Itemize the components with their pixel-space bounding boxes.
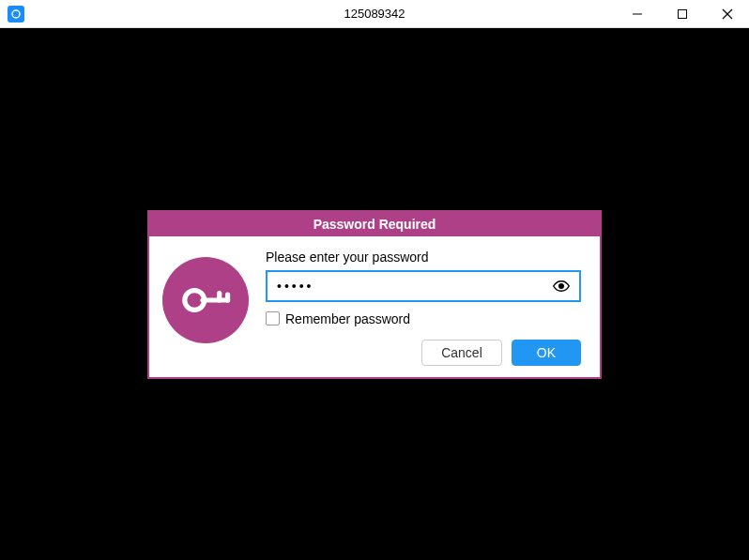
svg-point-0 (12, 10, 20, 18)
close-button[interactable] (713, 0, 741, 28)
cancel-button[interactable]: Cancel (421, 340, 502, 366)
dialog-header: Password Required (149, 212, 600, 236)
window-controls (623, 0, 741, 28)
svg-line-8 (216, 293, 222, 299)
window-title: 125089342 (344, 7, 405, 21)
remember-checkbox[interactable] (266, 311, 280, 325)
svg-line-9 (225, 295, 231, 300)
show-password-icon[interactable] (553, 278, 570, 295)
form-area: Please enter your password Remember pass… (266, 250, 581, 366)
password-input[interactable] (277, 279, 553, 294)
svg-line-7 (203, 287, 228, 312)
button-row: Cancel OK (266, 340, 581, 366)
password-prompt: Please enter your password (266, 250, 581, 265)
remember-label: Remember password (285, 311, 410, 326)
minimize-button[interactable] (623, 0, 651, 28)
svg-rect-2 (679, 9, 687, 18)
password-input-wrap (266, 270, 581, 302)
ok-button[interactable]: OK (512, 340, 581, 366)
password-dialog: Password Required Please enter your pass… (147, 210, 602, 379)
content-area: Password Required Please enter your pass… (0, 28, 749, 560)
app-icon (8, 6, 24, 23)
svg-point-6 (191, 295, 199, 304)
svg-point-10 (559, 283, 564, 288)
titlebar: 125089342 (0, 0, 749, 28)
maximize-button[interactable] (668, 0, 696, 28)
dialog-body: Please enter your password Remember pass… (149, 236, 600, 377)
key-icon (162, 257, 249, 343)
remember-row: Remember password (266, 311, 581, 326)
